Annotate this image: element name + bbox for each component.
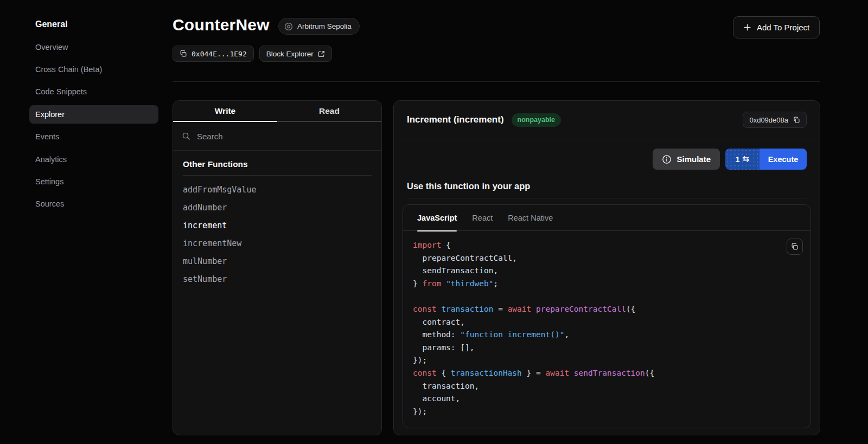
function-item-addNumber[interactable]: addNumber [183, 198, 372, 216]
search-icon [182, 132, 190, 140]
code-line: }); [413, 354, 801, 367]
usage-heading: Use this function in your app [407, 181, 807, 191]
add-to-project-label: Add To Project [757, 23, 809, 32]
code-line: } from "thirdweb"; [413, 278, 801, 291]
sidebar-item-label: Cross Chain (Beta) [29, 60, 158, 79]
function-detail-body: Simulate 1 ⇆ Execute Use this function i… [394, 149, 820, 428]
sidebar-item-label: Code Snippets [29, 82, 158, 101]
network-badge[interactable]: Arbitrum Sepolia [278, 18, 360, 35]
function-selector-button[interactable]: 0xd09de08a [743, 112, 807, 128]
usage-divider [407, 198, 807, 198]
copy-icon [180, 50, 187, 57]
plus-icon [743, 23, 751, 31]
code-tab-javascript[interactable]: JavaScript [417, 205, 457, 231]
action-row: Simulate 1 ⇆ Execute [403, 149, 807, 170]
code-line: contract, [413, 316, 801, 329]
function-detail-panel: Increment (increment) nonpayable 0xd09de… [393, 100, 820, 435]
code-line [413, 290, 801, 303]
code-line: }); [413, 406, 801, 419]
block-explorer-button[interactable]: Block Explorer [259, 46, 332, 62]
code-line: const { transactionHash } = await sendTr… [413, 367, 801, 380]
sidebar-item-label: Settings [29, 172, 158, 191]
sidebar-item-explorer[interactable]: Explorer [29, 103, 158, 125]
sidebar-item-analytics[interactable]: Analytics [29, 148, 158, 170]
code-card: JavaScriptReactReact Native import { pre… [403, 204, 811, 428]
function-detail-header: Increment (increment) nonpayable 0xd09de… [394, 101, 820, 139]
sidebar-item-cross-chain-beta[interactable]: Cross Chain (Beta) [29, 58, 158, 80]
header-divider [173, 81, 820, 82]
code-line: const transaction = await prepareContrac… [413, 303, 801, 316]
code-language-tabs: JavaScriptReactReact Native [403, 205, 810, 231]
contract-address: 0x044E...1E92 [192, 50, 247, 58]
code-line: prepareContractCall, [413, 252, 801, 265]
function-search-row [173, 122, 381, 151]
simulate-button[interactable]: Simulate [653, 149, 720, 170]
search-input[interactable] [197, 132, 373, 141]
code-block: import { prepareContractCall, sendTransa… [413, 239, 801, 418]
code-line: params: [], [413, 342, 801, 355]
info-icon [662, 155, 672, 164]
page-title: CounterNew [173, 16, 270, 34]
function-item-mulNumber[interactable]: mulNumber [183, 252, 372, 270]
sidebar-item-sources[interactable]: Sources [29, 193, 158, 215]
contract-explorer-page: General OverviewCross Chain (Beta)Code S… [0, 0, 868, 444]
code-tab-react[interactable]: React [472, 205, 493, 231]
function-selector: 0xd09de08a [749, 116, 788, 124]
execute-label: Execute [768, 155, 799, 164]
sidebar-item-label: Events [29, 127, 158, 146]
contract-address-button[interactable]: 0x044E...1E92 [173, 46, 254, 62]
function-list: addFromMsgValueaddNumberincrementincreme… [183, 176, 372, 288]
network-icon [284, 22, 293, 31]
code-tab-react-native[interactable]: React Native [508, 205, 553, 231]
code-line: transaction, [413, 380, 801, 393]
code-area: import { prepareContractCall, sendTransa… [403, 231, 810, 428]
tab-read[interactable]: Read [277, 101, 381, 122]
copy-icon [793, 117, 800, 124]
swap-arrows-icon: ⇆ [743, 155, 750, 163]
tab-write[interactable]: Write [173, 101, 277, 122]
function-item-incrementNew[interactable]: incrementNew [183, 234, 372, 252]
transaction-count: 1 [736, 155, 740, 164]
contract-meta-row: 0x044E...1E92 Block Explorer [173, 46, 332, 62]
external-link-icon [318, 50, 325, 57]
sidebar-item-label: Overview [29, 38, 158, 56]
function-item-setNumber[interactable]: setNumber [183, 270, 372, 288]
sidebar-item-label: Analytics [29, 150, 158, 169]
copy-code-button[interactable] [787, 239, 803, 255]
sidebar-item-events[interactable]: Events [29, 126, 158, 148]
function-title: Increment (increment) [407, 114, 504, 125]
other-functions-section: Other Functions addFromMsgValueaddNumber… [173, 151, 381, 297]
mutability-badge: nonpayable [512, 113, 561, 127]
copy-icon [791, 243, 799, 250]
code-line: method: "function increment()", [413, 329, 801, 342]
sidebar-item-label: Explorer [29, 105, 158, 124]
sidebar-section-title: General [35, 20, 68, 29]
sidebar-item-overview[interactable]: Overview [29, 36, 158, 58]
network-badge-label: Arbitrum Sepolia [297, 22, 352, 30]
functions-panel: WriteRead Other Functions addFromMsgValu… [173, 100, 382, 435]
function-item-increment[interactable]: increment [183, 216, 372, 234]
execute-button[interactable]: Execute [760, 149, 807, 170]
sidebar: General OverviewCross Chain (Beta)Code S… [0, 0, 163, 444]
sidebar-item-code-snippets[interactable]: Code Snippets [29, 81, 158, 103]
sidebar-nav: OverviewCross Chain (Beta)Code SnippetsE… [29, 36, 158, 215]
function-item-addFromMsgValue[interactable]: addFromMsgValue [183, 181, 372, 198]
transaction-count-button[interactable]: 1 ⇆ [725, 149, 760, 170]
execute-button-group: 1 ⇆ Execute [725, 149, 807, 170]
code-line: import { [413, 239, 801, 252]
simulate-label: Simulate [676, 155, 711, 164]
other-functions-title: Other Functions [183, 159, 372, 176]
sidebar-item-label: Sources [29, 195, 158, 213]
code-line: account, [413, 392, 801, 406]
sidebar-item-settings[interactable]: Settings [29, 170, 158, 192]
write-read-tabs: WriteRead [173, 101, 381, 122]
block-explorer-label: Block Explorer [266, 50, 314, 58]
add-to-project-button[interactable]: Add To Project [733, 16, 820, 38]
code-line: sendTransaction, [413, 265, 801, 278]
